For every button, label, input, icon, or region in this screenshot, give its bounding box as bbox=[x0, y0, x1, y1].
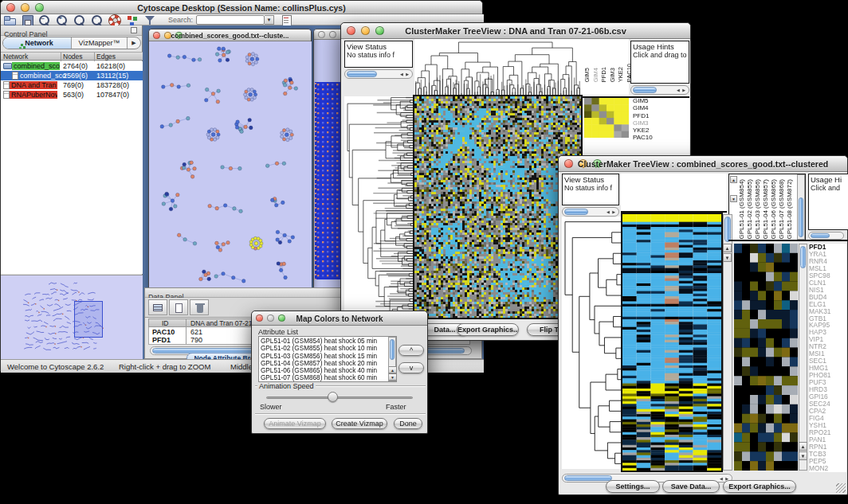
help-lifesaver-icon[interactable] bbox=[108, 14, 122, 26]
zoom-out-icon[interactable]: – bbox=[37, 14, 52, 26]
usage-hints-text: Click and bbox=[809, 184, 848, 192]
table-view-icon[interactable] bbox=[148, 299, 167, 315]
close-icon[interactable] bbox=[318, 31, 325, 38]
view-status-hscrollbar[interactable] bbox=[562, 207, 619, 217]
search-input[interactable] bbox=[196, 15, 265, 25]
zoom-fit-icon[interactable] bbox=[73, 14, 87, 26]
network-overview-canvas[interactable] bbox=[2, 276, 141, 359]
table-row[interactable]: PAC10 bbox=[152, 328, 175, 336]
column-label[interactable]: GPL51-06 (GSM865) bbox=[771, 179, 777, 240]
attribute-listbox[interactable]: GPL51-01 (GSM854) heat shock 05 minGPL51… bbox=[258, 336, 397, 382]
edges-count: 107847(0) bbox=[96, 91, 129, 99]
zoom-in-icon[interactable]: + bbox=[55, 14, 69, 26]
column-label[interactable]: YKE2 bbox=[618, 67, 624, 82]
tab-vizmapper[interactable]: VizMapper™ bbox=[72, 37, 128, 49]
save-data-button[interactable]: Save Data... bbox=[662, 480, 720, 493]
heatmap-vscrollbar[interactable]: ▲ ▼ bbox=[723, 214, 732, 471]
network-tree-row[interactable]: combined_scores2764(0)16218(0) bbox=[1, 61, 143, 71]
zoom-region-icon[interactable]: ▫ bbox=[90, 14, 104, 26]
row-label[interactable]: PFD1 bbox=[633, 112, 689, 119]
column-label[interactable]: PFD1 bbox=[601, 67, 607, 82]
tab-overflow-icon[interactable]: ▶ bbox=[128, 37, 140, 49]
usage-hints-hscrollbar[interactable] bbox=[630, 85, 689, 95]
attribute-list-item[interactable]: GPL51-04 (GSM857) heat shock 20 min bbox=[259, 360, 396, 367]
attribute-list-item[interactable]: GPL51-03 (GSM856) heat shock 15 min bbox=[259, 353, 396, 360]
cell-value[interactable]: 790 bbox=[190, 336, 202, 344]
network-tree-row[interactable]: DNA and Tran 07769(0)183728(0) bbox=[1, 80, 143, 90]
save-icon[interactable] bbox=[20, 14, 34, 26]
column-label[interactable]: GIM5 bbox=[584, 68, 591, 82]
heatmap-canvas[interactable] bbox=[622, 214, 721, 471]
attribute-doc-icon[interactable] bbox=[279, 14, 293, 26]
attribute-list-item[interactable]: GPL51-02 (GSM855) heat shock 10 min bbox=[259, 345, 396, 352]
create-vizmap-button[interactable]: Create Vizmap bbox=[332, 418, 387, 429]
resize-grip[interactable] bbox=[836, 483, 846, 493]
selected-genes-matrix-canvas[interactable] bbox=[584, 98, 629, 138]
edges-count: 13112(15) bbox=[96, 72, 128, 80]
nodes-count: 563(0) bbox=[63, 91, 84, 99]
attribute-list-item[interactable]: GPL51-01 (GSM854) heat shock 05 min bbox=[259, 338, 396, 345]
column-label[interactable]: GPL51-07 (GSM868) bbox=[779, 179, 785, 240]
attribute-list-item[interactable]: GPL51-07 (GSM868) heat shock 60 min bbox=[259, 374, 396, 381]
attribute-list-vscrollbar[interactable]: ▲ ▼ bbox=[388, 337, 396, 381]
row-label[interactable]: PAC10 bbox=[633, 134, 689, 141]
network-graph-canvas[interactable] bbox=[150, 41, 312, 288]
done-button[interactable]: Done bbox=[394, 418, 422, 429]
network-tab-icon bbox=[21, 44, 23, 46]
animate-vizmap-button[interactable]: Animate Vizmap bbox=[264, 418, 326, 429]
usage-hints-title: Usage Hints bbox=[631, 41, 689, 51]
usage-hints-title: Usage Hi bbox=[809, 174, 848, 184]
overview-viewport-rect[interactable] bbox=[74, 301, 103, 338]
move-up-button[interactable]: ^ bbox=[398, 345, 424, 356]
treeview1-title-bar[interactable]: ClusterMaker TreeView : DNA and Tran 07-… bbox=[341, 23, 690, 39]
network-tree-row[interactable]: combined_sco2569(6)13112(15) bbox=[1, 71, 143, 80]
detail-heatmap-canvas[interactable] bbox=[734, 244, 798, 471]
attribute-list-item[interactable]: GPL51-06 (GSM865) heat shock 40 min bbox=[259, 367, 396, 374]
column-label[interactable]: GPL51-08 (GSM872) bbox=[787, 179, 793, 240]
view-status-text: No status info f bbox=[563, 184, 618, 192]
treeview2-title-bar[interactable]: ClusterMaker TreeView : combined_scores_… bbox=[559, 156, 847, 172]
slider-thumb[interactable] bbox=[328, 392, 338, 402]
row-label[interactable]: GIM5 bbox=[633, 97, 689, 104]
animation-speed-slider[interactable] bbox=[266, 397, 413, 399]
detail-vscrollbar[interactable]: ▲ ▼ bbox=[799, 244, 807, 471]
column-labels-vscrollbar[interactable] bbox=[797, 174, 805, 240]
export-graphics-button[interactable]: Export Graphics... bbox=[457, 323, 519, 336]
column-label[interactable]: GPL51-03 (GSM856) bbox=[755, 179, 761, 240]
vizmapper-icon[interactable] bbox=[125, 14, 139, 26]
column-label[interactable]: GIM3 bbox=[610, 68, 616, 82]
open-folder-icon[interactable] bbox=[2, 14, 17, 26]
heatmap-canvas[interactable] bbox=[414, 96, 581, 318]
trash-icon[interactable] bbox=[190, 299, 209, 315]
new-document-icon[interactable] bbox=[169, 299, 188, 315]
minimize-icon[interactable] bbox=[329, 31, 336, 38]
window-title: Cytoscape Desktop (Session Name: collins… bbox=[1, 3, 482, 13]
export-graphics-button[interactable]: Export Graphics... bbox=[723, 480, 796, 493]
cell-value[interactable]: 621 bbox=[190, 328, 202, 336]
dialog-title-bar[interactable]: Map Colors to Network bbox=[252, 311, 427, 326]
row-label[interactable]: GIM3 bbox=[633, 119, 689, 127]
table-row[interactable]: PFD1 bbox=[152, 336, 171, 344]
column-label[interactable]: GIM4 bbox=[593, 68, 599, 82]
view-status-hscrollbar[interactable] bbox=[344, 69, 413, 79]
move-down-button[interactable]: v bbox=[398, 362, 424, 373]
row-label[interactable]: YKE2 bbox=[633, 127, 689, 134]
network-table-header[interactable]: Network Nodes Edges bbox=[1, 52, 143, 61]
row-dendrogram-canvas[interactable] bbox=[344, 96, 413, 318]
settings-button[interactable]: Settings... bbox=[606, 480, 660, 493]
tab-network[interactable]: Network bbox=[3, 37, 72, 49]
row-dendrogram-canvas[interactable] bbox=[562, 217, 622, 469]
network-view-title-bar[interactable]: combined_scores_good.txt--cluste... bbox=[149, 29, 311, 41]
column-dendrogram-canvas[interactable] bbox=[414, 39, 581, 95]
gene-label[interactable]: MON2 bbox=[809, 465, 846, 472]
search-dropdown-icon[interactable]: ▼ bbox=[265, 15, 274, 25]
column-label[interactable]: GPL51-01 (GSM854) bbox=[739, 179, 745, 240]
treeview2-window: ClusterMaker TreeView : combined_scores_… bbox=[558, 155, 848, 495]
float-panel-icon[interactable] bbox=[131, 27, 137, 33]
network-tree-row[interactable]: RNAPuberNov2+I563(0)107847(0) bbox=[1, 90, 143, 100]
column-label[interactable]: GPL51-02 (GSM855) bbox=[747, 179, 753, 240]
usage-hints-hscrollbar[interactable] bbox=[808, 232, 844, 240]
filter-funnel-icon[interactable] bbox=[143, 14, 157, 26]
row-label[interactable]: GIM4 bbox=[633, 104, 689, 111]
column-label[interactable]: GPL51-04 (GSM857) bbox=[763, 179, 769, 240]
